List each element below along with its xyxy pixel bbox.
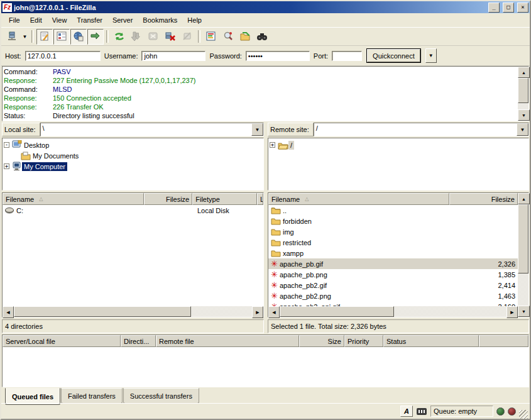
toggle-local-tree-button[interactable] — [53, 29, 70, 45]
scroll-right-button[interactable]: ▶ — [506, 306, 518, 318]
chevron-down-icon[interactable]: ▼ — [517, 123, 528, 136]
close-button[interactable]: ✕ — [517, 3, 528, 13]
minimize-button[interactable]: _ — [488, 3, 500, 13]
quickconnect-dropdown[interactable]: ▼ — [425, 48, 437, 63]
site-manager-dropdown[interactable]: ▼ — [21, 30, 29, 44]
host-input[interactable] — [25, 51, 101, 61]
drive-icon — [5, 207, 14, 214]
directory-listing-filters-button[interactable] — [203, 29, 219, 45]
menu-edit[interactable]: Edit — [25, 15, 47, 25]
menu-file[interactable]: File — [4, 15, 25, 25]
column-header-filesize[interactable]: Filesize — [144, 193, 192, 205]
local-list-hscrollbar[interactable]: ◀ ▶ — [3, 306, 263, 317]
menu-view[interactable]: View — [47, 15, 72, 25]
scroll-thumb[interactable] — [14, 306, 191, 317]
column-header-server-local-file[interactable]: Server/Local file — [3, 335, 121, 347]
resize-grip[interactable] — [519, 410, 528, 419]
column-header-size[interactable]: Size — [299, 335, 344, 347]
documents-folder-icon — [21, 151, 31, 160]
local-site-combobox[interactable]: \ ▼ — [40, 123, 264, 136]
column-header-filesize[interactable]: Filesize — [449, 193, 518, 205]
scroll-thumb[interactable] — [280, 306, 394, 317]
tree-item-desktop[interactable]: - Desktop — [4, 140, 262, 150]
scroll-down-button[interactable]: ▼ — [518, 306, 530, 317]
tab-failed-transfers[interactable]: Failed transfers — [61, 388, 123, 404]
remote-file-row[interactable]: xampp — [268, 248, 518, 258]
column-header-filename[interactable]: Filename△ — [268, 193, 449, 205]
tab-successful-transfers[interactable]: Successful transfers — [123, 388, 199, 404]
remote-file-row[interactable]: ✳apache_pb2_ani.gif 2,160 — [268, 301, 518, 306]
column-header-remote-file[interactable]: Remote file — [156, 335, 299, 347]
expand-icon[interactable]: + — [270, 142, 275, 148]
collapse-icon[interactable]: - — [4, 142, 9, 148]
synchronized-browsing-button[interactable] — [237, 29, 253, 45]
queue-body[interactable] — [3, 347, 528, 387]
column-header-priority[interactable]: Priority — [344, 335, 383, 347]
column-header-filetype[interactable]: Filetype — [192, 193, 257, 205]
tree-item-label: Desktop — [22, 141, 51, 150]
scroll-down-button[interactable]: ▼ — [518, 109, 530, 121]
find-files-button[interactable] — [254, 29, 270, 45]
remote-file-row[interactable]: restricted — [268, 237, 518, 248]
tree-item-my-computer[interactable]: + My Computer — [4, 161, 262, 172]
toggle-remote-tree-button[interactable] — [70, 29, 87, 45]
log-scrollbar[interactable]: ▲ ▼ — [518, 67, 528, 121]
remote-site-combobox[interactable]: / ▼ — [314, 123, 529, 136]
expand-icon[interactable]: + — [4, 163, 9, 169]
password-input[interactable] — [246, 51, 310, 61]
scroll-thumb[interactable] — [518, 204, 528, 274]
scroll-up-button[interactable]: ▲ — [518, 67, 530, 78]
quickconnect-button[interactable]: Quickconnect — [367, 49, 420, 62]
tree-item-my-documents[interactable]: My Documents — [4, 150, 262, 161]
speed-limit-icon[interactable] — [416, 406, 427, 416]
toggle-message-log-button[interactable] — [36, 29, 53, 45]
process-queue-button[interactable] — [128, 29, 145, 45]
scroll-right-button[interactable]: ▶ — [252, 306, 263, 318]
refresh-button[interactable] — [111, 29, 128, 45]
remote-file-row-selected[interactable]: ✳apache_pb.gif 2,326 — [268, 258, 518, 269]
cancel-operation-button[interactable] — [145, 29, 161, 45]
remote-list-hscrollbar[interactable]: ◀ ▶ — [268, 306, 518, 317]
disconnect-button[interactable] — [162, 29, 178, 45]
column-header-filename[interactable]: Filename△ — [3, 193, 144, 205]
remote-list-vscrollbar[interactable]: ▲ ▼ — [518, 193, 528, 317]
local-tree-icon — [56, 31, 67, 42]
tab-queued-files[interactable]: Queued files — [5, 388, 60, 405]
column-header-direction[interactable]: Directi... — [121, 335, 156, 347]
remote-list-body[interactable]: .. forbidden img — [268, 205, 518, 306]
message-log-icon — [39, 31, 50, 42]
maximize-button[interactable]: □ — [503, 3, 514, 13]
menu-server[interactable]: Server — [107, 15, 138, 25]
scroll-left-button[interactable]: ◀ — [3, 306, 14, 318]
local-file-row[interactable]: C: Local Disk — [3, 205, 263, 216]
remote-file-row[interactable]: .. — [268, 205, 518, 216]
remote-file-row[interactable]: forbidden — [268, 216, 518, 226]
column-header-status[interactable]: Status — [383, 335, 479, 347]
scroll-up-button[interactable]: ▲ — [518, 193, 530, 204]
remote-file-row[interactable]: ✳apache_pb.png 1,385 — [268, 269, 518, 280]
titlebar[interactable]: Fz john@127.0.0.1 - FileZilla _ □ ✕ — [1, 1, 530, 13]
directory-comparison-button[interactable] — [220, 29, 236, 45]
menu-transfer[interactable]: Transfer — [72, 15, 107, 25]
column-header-last-modified[interactable]: L — [257, 193, 263, 205]
message-log-body[interactable]: Command:PASV Response:227 Entering Passi… — [3, 67, 518, 121]
remote-file-row[interactable]: ✳apache_pb2.png 1,463 — [268, 290, 518, 301]
transfer-type-icon[interactable]: A — [400, 406, 413, 417]
chevron-down-icon[interactable]: ▼ — [251, 123, 263, 136]
remote-file-row[interactable]: ✳apache_pb2.gif 2,414 — [268, 280, 518, 290]
remote-directory-tree[interactable]: + / — [268, 138, 529, 191]
username-input[interactable] — [141, 51, 205, 61]
folder-icon — [271, 228, 281, 236]
tree-item-root[interactable]: + / — [270, 140, 527, 150]
local-list-body[interactable]: C: Local Disk — [3, 205, 263, 306]
scroll-thumb[interactable] — [518, 78, 528, 103]
port-input[interactable] — [332, 51, 362, 61]
toggle-transfer-queue-button[interactable] — [87, 29, 104, 45]
menu-help[interactable]: Help — [182, 15, 207, 25]
reconnect-button[interactable] — [179, 29, 195, 45]
local-directory-tree[interactable]: - Desktop My Documents + — [2, 138, 264, 191]
remote-file-row[interactable]: img — [268, 226, 518, 237]
site-manager-button[interactable] — [4, 29, 20, 45]
scroll-left-button[interactable]: ◀ — [268, 306, 280, 318]
menu-bookmarks[interactable]: Bookmarks — [138, 15, 182, 25]
